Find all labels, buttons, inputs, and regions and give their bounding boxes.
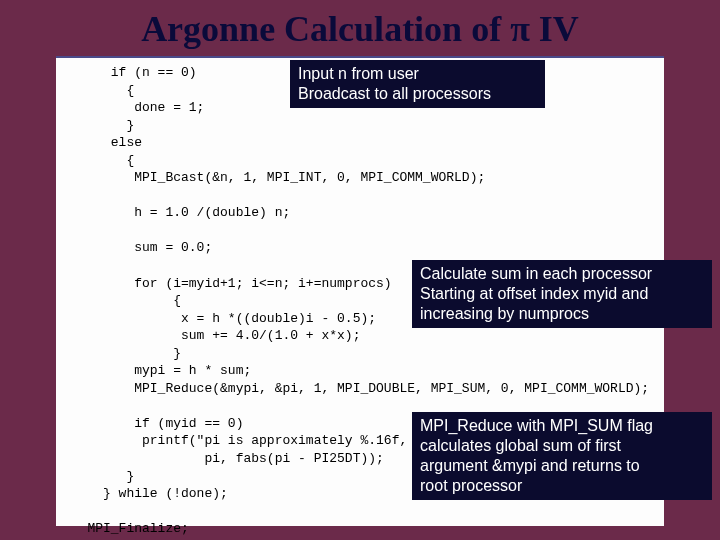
code-line: sum = 0.0;	[64, 240, 212, 255]
code-line: } while (!done);	[64, 486, 228, 501]
code-line: sum += 4.0/(1.0 + x*x);	[64, 328, 360, 343]
code-line: pi, fabs(pi - PI25DT));	[64, 451, 384, 466]
code-line: for (i=myid+1; i<=n; i+=numprocs)	[64, 276, 392, 291]
code-line: done = 1;	[64, 100, 204, 115]
code-line: }	[64, 469, 134, 484]
code-line: MPI_Bcast(&n, 1, MPI_INT, 0, MPI_COMM_WO…	[64, 170, 485, 185]
code-line: if (myid == 0)	[64, 416, 243, 431]
code-line: else	[64, 135, 142, 150]
code-line: {	[64, 153, 134, 168]
slide-title: Argonne Calculation of π IV	[0, 0, 720, 56]
code-line: {	[64, 293, 181, 308]
code-line: mypi = h * sum;	[64, 363, 251, 378]
code-line: h = 1.0 /(double) n;	[64, 205, 290, 220]
annotation-mpi-reduce: MPI_Reduce with MPI_SUM flagcalculates g…	[412, 412, 712, 500]
code-line: }	[64, 346, 181, 361]
code-line: }	[64, 118, 134, 133]
annotation-calculate-sum: Calculate sum in each processorStarting …	[412, 260, 712, 328]
code-line: MPI_Finalize;	[64, 521, 189, 536]
code-line: {	[64, 83, 134, 98]
code-line: MPI_Reduce(&mypi, &pi, 1, MPI_DOUBLE, MP…	[64, 381, 649, 396]
code-line: x = h *((double)i - 0.5);	[64, 311, 376, 326]
annotation-input-broadcast: Input n from userBroadcast to all proces…	[290, 60, 545, 108]
code-line: if (n == 0)	[64, 65, 197, 80]
